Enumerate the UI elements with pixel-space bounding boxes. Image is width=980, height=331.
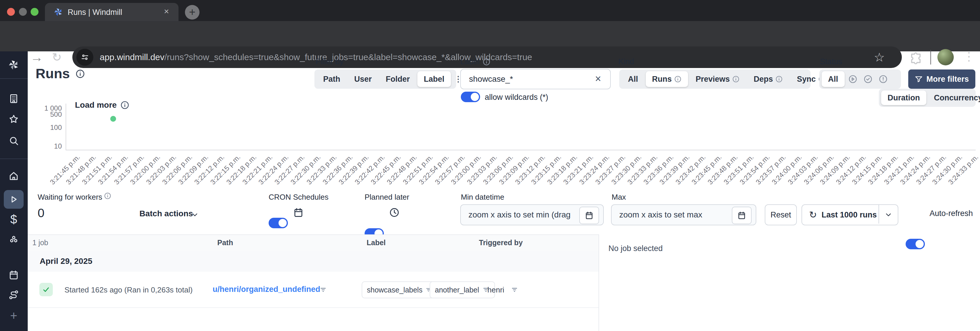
column-label: Label: [367, 238, 386, 247]
waiting-workers-info-icon[interactable]: [104, 192, 111, 200]
kind-all[interactable]: All: [622, 71, 644, 87]
traffic-light-maximize[interactable]: [30, 8, 38, 16]
min-calendar-button[interactable]: [579, 207, 599, 224]
extensions-puzzle-icon[interactable]: [909, 51, 923, 64]
min-datetime-input[interactable]: zoom x axis to set min (drag wi: [460, 204, 604, 225]
allow-wildcards-label: allow wildcards (*): [485, 93, 548, 102]
label-pill-text: showcase_labels: [367, 286, 422, 294]
search-icon[interactable]: [8, 136, 19, 146]
status-success-icon[interactable]: [863, 74, 873, 84]
sidebar-divider: [0, 78, 28, 79]
label-info-icon[interactable]: [482, 58, 491, 66]
funnel-icon: [915, 75, 923, 83]
max-calendar-button[interactable]: [732, 207, 752, 224]
status-failure-icon[interactable]: [878, 74, 888, 84]
kind-runs-info-icon: [674, 75, 682, 83]
runs-play-icon: [9, 194, 19, 204]
planned-clock-icon: [389, 207, 399, 218]
waiting-workers-value: 0: [38, 206, 45, 220]
path-filter-icon[interactable]: [320, 286, 327, 294]
date-group-label: April 29, 2025: [40, 257, 92, 266]
runs-info-icon[interactable]: [75, 69, 85, 79]
auto-refresh-toggle[interactable]: [905, 239, 925, 249]
tab-close-icon[interactable]: ×: [164, 6, 169, 16]
runs-range-label: Last 1000 runs: [822, 211, 877, 219]
forward-icon[interactable]: →: [30, 50, 43, 65]
kind-deps-info-icon: [775, 75, 783, 83]
browser-menu-icon[interactable]: ⋮: [963, 50, 975, 63]
job-row[interactable]: Started 162s ago (Ran in 0,263s total) u…: [28, 272, 598, 308]
workspace-building-icon[interactable]: [8, 93, 19, 104]
traffic-light-minimize[interactable]: [19, 8, 27, 16]
schedules-calendar-icon[interactable]: [8, 270, 19, 280]
sidebar-divider: [0, 158, 28, 159]
status-all[interactable]: All: [822, 71, 845, 87]
kind-deps[interactable]: Deps: [747, 71, 789, 87]
refresh-icon: ↻: [809, 209, 817, 221]
runs-range-button[interactable]: ↻ Last 1000 runs: [802, 204, 898, 225]
job-started-text: Started 162s ago (Ran in 0,263s total): [64, 285, 192, 294]
column-triggered-by: Triggered by: [479, 238, 523, 247]
reset-label: Reset: [771, 211, 791, 219]
kind-previews-info-icon: [732, 75, 740, 83]
more-filters-button[interactable]: More filters: [908, 69, 975, 89]
chart-run-point[interactable]: [110, 116, 116, 122]
filter-by-user[interactable]: User: [348, 71, 378, 87]
url-domain: app.windmill.dev: [100, 52, 164, 62]
status-running-icon[interactable]: [848, 74, 858, 84]
add-plus-icon[interactable]: +: [8, 309, 19, 323]
y-tick-10: 10: [41, 142, 62, 150]
y-tick-100: 100: [41, 123, 62, 132]
filter-by-folder[interactable]: Folder: [379, 71, 417, 87]
browser-tab[interactable]: Runs | Windmill ×: [45, 3, 178, 21]
status-segment: All: [819, 69, 901, 89]
resources-boxes-icon[interactable]: [8, 235, 19, 245]
range-chevron-icon[interactable]: [885, 211, 892, 219]
sidebar-item-runs-active[interactable]: [4, 190, 24, 209]
max-datetime-input[interactable]: zoom x axis to set max: [611, 204, 756, 225]
kind-label: Kind: [618, 57, 634, 66]
triggered-by-filter-icon[interactable]: [511, 286, 518, 294]
tab-title: Runs | Windmill: [68, 8, 122, 17]
profile-avatar[interactable]: [937, 49, 954, 66]
cron-calendar-icon: [293, 207, 304, 218]
view-concurrency[interactable]: Concurrency: [928, 91, 980, 105]
cron-schedules-toggle[interactable]: [269, 218, 288, 228]
browser-toolbar: ← → ↻ app.windmill.dev/runs?show_schedul…: [0, 21, 980, 51]
batch-actions-chevron-icon: [191, 211, 199, 219]
site-settings-icon[interactable]: [76, 49, 93, 66]
load-more-info-icon[interactable]: [120, 101, 129, 110]
load-more-button[interactable]: Load more: [75, 101, 117, 110]
label-filter-input[interactable]: showcase_* ×: [460, 69, 611, 89]
allow-wildcards-toggle[interactable]: [461, 92, 480, 102]
y-axis-line: [65, 104, 66, 150]
label-filter-value: showcase_*: [469, 74, 513, 84]
favorites-star-icon[interactable]: [8, 114, 19, 124]
new-tab-button[interactable]: +: [185, 5, 199, 19]
label-pill: another_label: [430, 281, 495, 298]
triggered-by-text: henri: [487, 285, 504, 294]
max-datetime-label: Max: [612, 193, 626, 202]
reset-button[interactable]: Reset: [765, 204, 797, 225]
label-filter-label: Label: [460, 57, 479, 66]
flows-route-icon[interactable]: [8, 289, 19, 300]
job-path-link[interactable]: u/henri/organized_undefined: [213, 285, 320, 294]
label-pill-text: another_label: [435, 286, 479, 294]
filter-by-path[interactable]: Path: [317, 71, 347, 87]
reload-icon[interactable]: ↻: [52, 50, 62, 65]
kind-runs[interactable]: Runs: [646, 71, 688, 87]
min-datetime-value: zoom x axis to set min (drag wi: [468, 210, 571, 219]
view-duration[interactable]: Duration: [881, 91, 926, 105]
auto-refresh-label: Auto-refresh: [929, 209, 973, 218]
label-pill: showcase_labels: [362, 281, 437, 298]
traffic-light-close[interactable]: [7, 8, 15, 16]
batch-actions-button[interactable]: Batch actions: [139, 209, 193, 218]
status-label: Status: [820, 57, 842, 66]
clear-label-icon[interactable]: ×: [595, 73, 601, 85]
filter-by-label-option[interactable]: Label: [417, 71, 451, 87]
min-calendar-icon: [585, 211, 593, 220]
kind-previews[interactable]: Previews: [689, 71, 746, 87]
bookmark-star-icon[interactable]: ☆: [874, 50, 885, 64]
windmill-logo[interactable]: [7, 58, 21, 72]
home-icon[interactable]: [8, 171, 19, 181]
